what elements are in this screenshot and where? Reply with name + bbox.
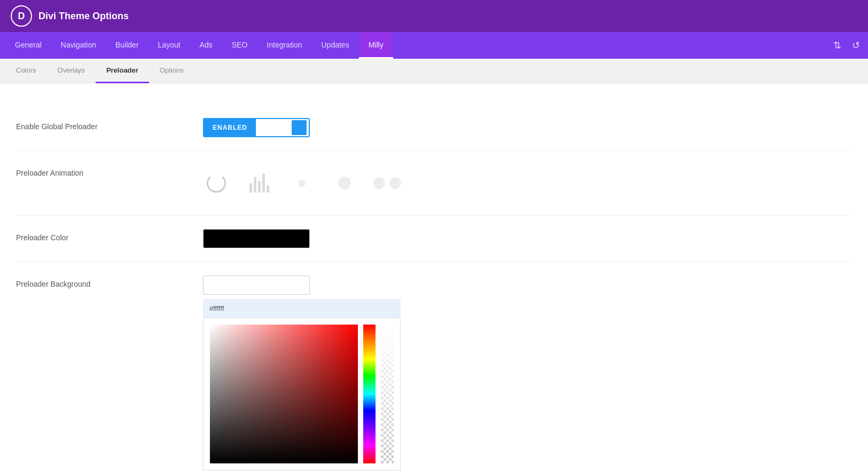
enable-preloader-label: Enable Global Preloader bbox=[16, 118, 203, 131]
animation-options bbox=[203, 164, 852, 202]
bar-1 bbox=[249, 183, 252, 193]
sort-icon[interactable]: ⇅ bbox=[831, 37, 844, 54]
nav-actions: ⇅ ↺ bbox=[831, 32, 863, 59]
tab-colors[interactable]: Colors bbox=[5, 59, 47, 83]
main-nav: General Navigation Builder Layout Ads SE… bbox=[0, 32, 868, 59]
nav-item-integration[interactable]: Integration bbox=[257, 32, 311, 59]
dot-small-icon bbox=[298, 179, 306, 187]
nav-item-general[interactable]: General bbox=[5, 32, 51, 59]
color-picker-body bbox=[203, 318, 401, 470]
bar-4 bbox=[262, 174, 265, 193]
enable-preloader-control: ENABLED bbox=[203, 118, 852, 137]
logo-icon: D bbox=[11, 5, 32, 27]
toggle-thumb bbox=[292, 120, 307, 135]
nav-item-layout[interactable]: Layout bbox=[148, 32, 190, 59]
preloader-background-swatch[interactable] bbox=[203, 275, 310, 295]
dot-large-icon bbox=[338, 177, 351, 190]
color-hue-slider[interactable] bbox=[363, 325, 376, 463]
preloader-animation-label: Preloader Animation bbox=[16, 164, 203, 177]
bars-icon bbox=[249, 174, 269, 193]
color-hex-input[interactable] bbox=[203, 299, 401, 318]
dot-pair-1 bbox=[373, 177, 385, 189]
spinner-icon bbox=[207, 174, 226, 193]
preloader-color-swatch[interactable] bbox=[203, 229, 310, 248]
reset-icon[interactable]: ↺ bbox=[849, 37, 863, 54]
nav-item-updates[interactable]: Updates bbox=[311, 32, 358, 59]
animation-dot-small[interactable] bbox=[288, 170, 315, 196]
nav-item-ads[interactable]: Ads bbox=[190, 32, 222, 59]
preloader-background-control bbox=[203, 275, 852, 470]
setting-preloader-background: Preloader Background bbox=[16, 262, 852, 473]
animation-dot-large[interactable] bbox=[331, 170, 358, 196]
setting-preloader-color: Preloader Color bbox=[16, 216, 852, 262]
dot-pair-2 bbox=[389, 177, 401, 189]
animation-bars[interactable] bbox=[246, 170, 272, 196]
setting-enable-preloader: Enable Global Preloader ENABLED bbox=[16, 105, 852, 151]
tab-bar: Colors Overlays Preloader Options bbox=[0, 59, 868, 83]
app-header: D Divi Theme Options bbox=[0, 0, 868, 32]
animation-dot-pair[interactable] bbox=[374, 170, 401, 196]
dot-pair-icon bbox=[373, 177, 401, 189]
toggle-enabled-label: ENABLED bbox=[204, 119, 256, 136]
tab-preloader[interactable]: Preloader bbox=[96, 59, 149, 83]
nav-item-navigation[interactable]: Navigation bbox=[51, 32, 106, 59]
logo-area: D Divi Theme Options bbox=[11, 5, 129, 27]
bar-2 bbox=[254, 177, 256, 193]
color-gradient-area[interactable] bbox=[210, 325, 358, 463]
toggle-slider[interactable] bbox=[256, 119, 309, 136]
tab-overlays[interactable]: Overlays bbox=[47, 59, 96, 83]
preloader-color-label: Preloader Color bbox=[16, 229, 203, 242]
color-picker bbox=[203, 299, 401, 470]
preloader-background-label: Preloader Background bbox=[16, 275, 203, 288]
preloader-toggle[interactable]: ENABLED bbox=[203, 118, 310, 137]
tab-options[interactable]: Options bbox=[149, 59, 194, 83]
setting-preloader-animation: Preloader Animation bbox=[16, 151, 852, 216]
nav-item-milly[interactable]: Milly bbox=[359, 32, 393, 59]
nav-item-builder[interactable]: Builder bbox=[106, 32, 148, 59]
preloader-color-control bbox=[203, 229, 852, 248]
main-content: Enable Global Preloader ENABLED Preloade… bbox=[0, 83, 868, 473]
bar-5 bbox=[267, 185, 269, 193]
bar-3 bbox=[258, 181, 261, 193]
nav-item-seo[interactable]: SEO bbox=[222, 32, 257, 59]
color-alpha-slider[interactable] bbox=[381, 325, 394, 463]
animation-spinner[interactable] bbox=[203, 170, 230, 196]
app-title: Divi Theme Options bbox=[38, 11, 129, 22]
preloader-animation-control bbox=[203, 164, 852, 202]
